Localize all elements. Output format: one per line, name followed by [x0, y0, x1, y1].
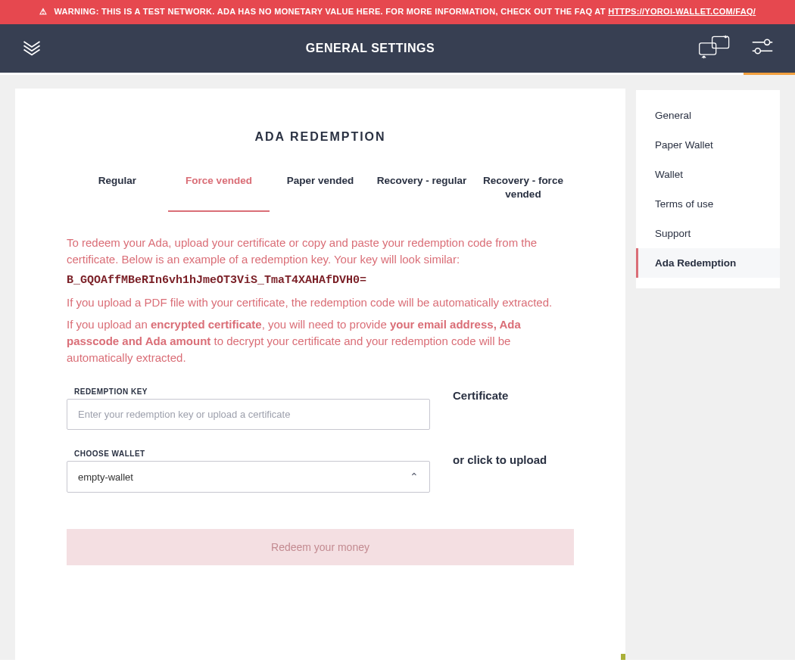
testnet-warning-banner: ⚠ WARNING: THIS IS A TEST NETWORK. ADA H…: [0, 0, 795, 24]
tab-recovery-force-vended[interactable]: Recovery - force vended: [472, 174, 574, 212]
choose-wallet-select[interactable]: empty-wallet ⌃: [67, 461, 430, 493]
sidebar-item-wallet[interactable]: Wallet: [636, 160, 780, 189]
sidebar-item-support[interactable]: Support: [636, 219, 780, 248]
redeem-button[interactable]: Redeem your money: [67, 529, 574, 565]
sidebar-item-terms[interactable]: Terms of use: [636, 189, 780, 219]
panel-scrollbar[interactable]: [621, 89, 625, 660]
instructions-main: To redeem your Ada, upload your certific…: [67, 235, 574, 268]
settings-icon[interactable]: [751, 37, 774, 60]
warning-text: WARNING: THIS IS A TEST NETWORK. ADA HAS…: [54, 7, 605, 16]
warning-icon: ⚠: [39, 5, 47, 19]
sidebar-item-paper-wallet[interactable]: Paper Wallet: [636, 130, 780, 160]
redemption-tabs: Regular Force vended Paper vended Recove…: [67, 174, 574, 212]
tab-regular[interactable]: Regular: [67, 174, 168, 212]
tab-force-vended[interactable]: Force vended: [168, 174, 270, 212]
certificate-upload-link[interactable]: or click to upload: [453, 453, 574, 466]
sidebar-item-general[interactable]: General: [636, 101, 780, 130]
page-title: GENERAL SETTINGS: [42, 42, 698, 55]
svg-point-5: [755, 48, 760, 53]
redemption-key-label: REDEMPTION KEY: [74, 387, 430, 396]
app-logo[interactable]: [21, 36, 42, 61]
choose-wallet-label: CHOOSE WALLET: [74, 450, 430, 458]
ada-redemption-panel: ADA REDEMPTION Regular Force vended Pape…: [15, 89, 625, 660]
tab-recovery-regular[interactable]: Recovery - regular: [371, 174, 472, 212]
topbar: GENERAL SETTINGS: [0, 24, 795, 73]
wallet-switch-icon[interactable]: [698, 34, 731, 63]
panel-title: ADA REDEMPTION: [67, 130, 574, 144]
settings-sidebar: General Paper Wallet Wallet Terms of use…: [636, 75, 795, 660]
instructions-encrypted: If you upload an encrypted certificate, …: [67, 316, 574, 367]
certificate-heading: Certificate: [453, 389, 574, 402]
warning-faq-link[interactable]: HTTPS://YOROI-WALLET.COM/FAQ/: [608, 7, 756, 16]
choose-wallet-value: empty-wallet: [78, 471, 133, 483]
instructions-pdf: If you upload a PDF file with your certi…: [67, 294, 574, 311]
redemption-key-input[interactable]: [67, 399, 430, 430]
sidebar-item-ada-redemption[interactable]: Ada Redemption: [636, 248, 780, 278]
svg-rect-1: [712, 36, 729, 48]
svg-point-3: [765, 39, 770, 45]
svg-rect-0: [700, 43, 716, 54]
key-example: B_GQOAffMBeRIn6vh1hJmeOT3ViS_TmaT4XAHAfD…: [67, 274, 574, 287]
tab-paper-vended[interactable]: Paper vended: [270, 174, 371, 212]
chevron-up-icon: ⌃: [410, 471, 419, 483]
